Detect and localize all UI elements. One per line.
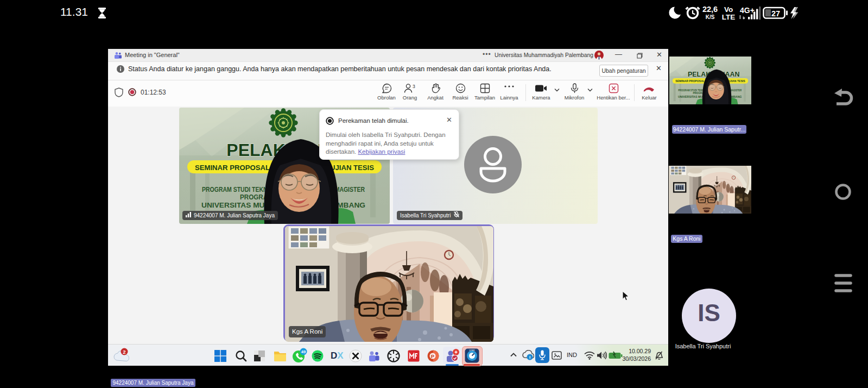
- svg-text:49: 49: [301, 349, 306, 354]
- svg-text:3: 3: [413, 84, 415, 89]
- svg-text:i: i: [529, 355, 530, 360]
- svg-text:2: 2: [123, 349, 125, 355]
- svg-text:K/S: K/S: [706, 14, 715, 20]
- svg-text:P: P: [431, 353, 435, 359]
- svg-text:LTE: LTE: [722, 13, 736, 21]
- svg-text:27: 27: [771, 9, 780, 18]
- svg-text:4G+: 4G+: [740, 6, 755, 15]
- svg-text:22,6: 22,6: [702, 5, 718, 14]
- svg-text:VITER: VITER: [469, 349, 475, 352]
